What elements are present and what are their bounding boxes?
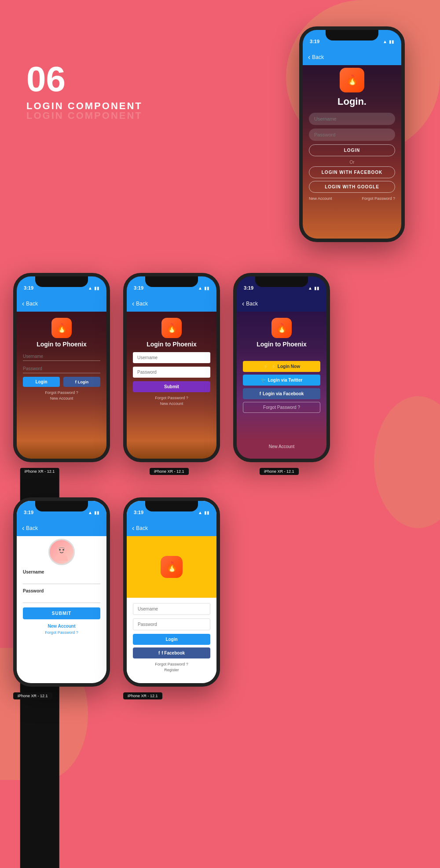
phone-label-r1-2: iPhone XR - 12.1 [150, 468, 189, 475]
status-time-r2-2: 3:19 [134, 510, 143, 515]
phone-label-r1-3: iPhone XR - 12.1 [260, 468, 299, 475]
app-icon-r1-3: 🔥 [271, 318, 292, 338]
phone-row1-1: 3:19 ▲ ▮▮ Back 🔥 Login to Phoenix Login … [13, 273, 110, 462]
nav-back-r1-2[interactable]: Back [132, 300, 148, 308]
nav-back-large[interactable]: Back [308, 53, 324, 61]
login-facebook-btn-r1-3[interactable]: f Login via Facebook [243, 388, 320, 399]
login-fb-btn-r1-1[interactable]: f Login [63, 377, 100, 387]
phone-label-r2-2: iPhone XR - 12.1 [123, 692, 162, 699]
app-icon-r2-2: 🔥 [161, 556, 183, 578]
new-account-link-large[interactable]: New Account [309, 196, 332, 201]
battery-icon-r1-1: ▮▮ [94, 286, 99, 291]
username-r1-2[interactable] [133, 352, 210, 363]
status-time-r1-2: 3:19 [134, 285, 143, 291]
forgot-r2-2[interactable]: Forgot Password ? [155, 662, 188, 666]
password-r2-2[interactable] [133, 618, 210, 630]
fb-icon-r2-2: f [158, 651, 160, 655]
screen-r1-2: 3:19 ▲ ▮▮ Back 🔥 Login to Phoenix Submit… [127, 276, 216, 459]
username-input-large[interactable] [309, 113, 395, 125]
forgot-password-link-large[interactable]: Forgot Password ? [362, 196, 395, 201]
svg-point-1 [55, 554, 68, 561]
username-label-r2-1: Username [23, 570, 44, 574]
section-header: 06 LOGIN COMPONENT LOGIN COMPONENT [26, 62, 143, 121]
password-input-large[interactable] [309, 129, 395, 141]
new-account-r1-3[interactable]: New Account [269, 444, 294, 449]
new-account-r2-1[interactable]: New Account [48, 624, 76, 629]
login-now-btn-r1-3[interactable]: ⚡ ⚡ Login Now [243, 361, 320, 372]
svg-point-2 [59, 549, 61, 551]
login-button-large[interactable]: LOGIN [309, 144, 395, 156]
lightning-icon-r1-3: ⚡ [263, 364, 268, 369]
svg-point-3 [62, 549, 64, 551]
nav-back-r1-1[interactable]: Back [22, 300, 38, 308]
login-google-button-large[interactable]: LOGIN WITH GOOGLE [309, 181, 395, 193]
forgot-r1-2[interactable]: Forgot Password ? [155, 396, 188, 400]
new-account-r1-2[interactable]: New Account [160, 401, 183, 406]
status-time-r2-1: 3:19 [24, 510, 33, 515]
login-title-r1-3: Login to Phoenix [257, 341, 307, 348]
content-r1-1: 🔥 Login to Phoenix Login f Login Forgot … [17, 312, 106, 459]
status-bar-r2-1: 3:19 ▲ ▮▮ [17, 501, 106, 520]
svg-point-0 [57, 546, 66, 555]
content-r1-3: 🔥 Login to Phoenix ⚡ ⚡ Login Now 🐦 Login… [237, 312, 326, 459]
phone-row2-1: 3:19 ▲ ▮▮ Back [13, 497, 110, 687]
login-twitter-btn-r1-3[interactable]: 🐦 Login via Twitter [243, 375, 320, 386]
status-time-r1-1: 3:19 [24, 285, 33, 291]
status-time-large: 3:19 [310, 39, 319, 44]
username-input-r2-1[interactable] [23, 575, 100, 584]
facebook-btn-r2-2[interactable]: f f Facebook [133, 647, 210, 658]
phone-volume-up-button [299, 78, 300, 96]
wifi-icon: ▲ [383, 39, 387, 44]
password-r1-2[interactable] [133, 367, 210, 378]
app-icon-r1-1: 🔥 [51, 318, 72, 338]
avatar-r2-1 [48, 539, 75, 565]
white-form-r2-2: Login f f Facebook Forgot Password ? Reg… [127, 598, 216, 683]
battery-icon: ▮▮ [389, 39, 394, 44]
nav-back-r2-2[interactable]: Back [132, 524, 148, 532]
login-btn-r2-2[interactable]: Login [133, 634, 210, 645]
section-number: 06 [26, 62, 143, 97]
password-r1-1[interactable] [23, 364, 100, 373]
wifi-icon-r1-1: ▲ [88, 286, 92, 291]
fb-icon-r1-1: f [75, 380, 77, 384]
phone-large: 3:19 ▲ ▮▮ Back 🔥 Login. LOGIN Or LOGIN W… [299, 26, 405, 242]
avatar-svg [53, 543, 70, 561]
register-r2-2[interactable]: Register [164, 668, 179, 672]
forgot-r2-1[interactable]: Forgot Password ? [45, 630, 78, 635]
password-input-r2-1[interactable] [23, 594, 100, 603]
or-divider-large: Or [349, 160, 354, 165]
nav-bar-r2-1: Back [17, 520, 106, 536]
username-r2-2[interactable] [133, 603, 210, 615]
forgot-btn-r1-3[interactable]: Forgot Password ? [243, 402, 320, 413]
nav-back-r1-3[interactable]: Back [242, 300, 258, 308]
status-icons-large: ▲ ▮▮ [383, 39, 394, 44]
footer-r2-2: Forgot Password ? Register [155, 662, 188, 672]
submit-btn-r2-1[interactable]: SUBMIT [23, 607, 100, 619]
phone-label-r2-1: iPhone XR - 12.1 [13, 692, 52, 699]
app-icon-r1-2: 🔥 [161, 318, 182, 338]
login-facebook-button-large[interactable]: LOGIN WITH FACEBOOK [309, 166, 395, 178]
phone-row2-2: 3:19 ▲ ▮▮ Back 🔥 Login f f Facebook Forg… [123, 497, 220, 687]
login-btn-r1-1[interactable]: Login [23, 377, 60, 387]
login-title-r1-1: Login to Phoenix [37, 341, 87, 348]
nav-back-r2-1[interactable]: Back [22, 524, 38, 532]
phone-row1-2: 3:19 ▲ ▮▮ Back 🔥 Login to Phoenix Submit… [123, 273, 220, 462]
status-icons-r2-1: ▲ ▮▮ [88, 510, 99, 515]
submit-btn-r1-2[interactable]: Submit [133, 381, 210, 392]
phone-power-button [404, 74, 405, 96]
screen-r1-1: 3:19 ▲ ▮▮ Back 🔥 Login to Phoenix Login … [17, 276, 106, 459]
status-icons-r1-1: ▲ ▮▮ [88, 286, 99, 291]
footer-links-large: New Account Forgot Password ? [309, 196, 395, 201]
app-icon-large: 🔥 [340, 68, 364, 92]
new-account-r1-1[interactable]: New Account [50, 396, 73, 401]
password-label-r2-1: Password [23, 588, 44, 593]
screen-r1-3: 3:19 ▲ ▮▮ Back 🔥 Login to Phoenix ⚡ ⚡ Lo… [237, 276, 326, 459]
status-time-r1-3: 3:19 [244, 285, 253, 291]
forgot-r1-1[interactable]: Forgot Password ? [45, 390, 78, 395]
username-r1-1[interactable] [23, 352, 100, 361]
status-icons-r1-2: ▲ ▮▮ [198, 286, 209, 291]
screen-r2-1: 3:19 ▲ ▮▮ Back [17, 501, 106, 683]
phone-r1-1-power [109, 320, 110, 342]
content-r1-2: 🔥 Login to Phoenix Submit Forgot Passwor… [127, 312, 216, 459]
status-icons-r1-3: ▲ ▮▮ [308, 286, 319, 291]
